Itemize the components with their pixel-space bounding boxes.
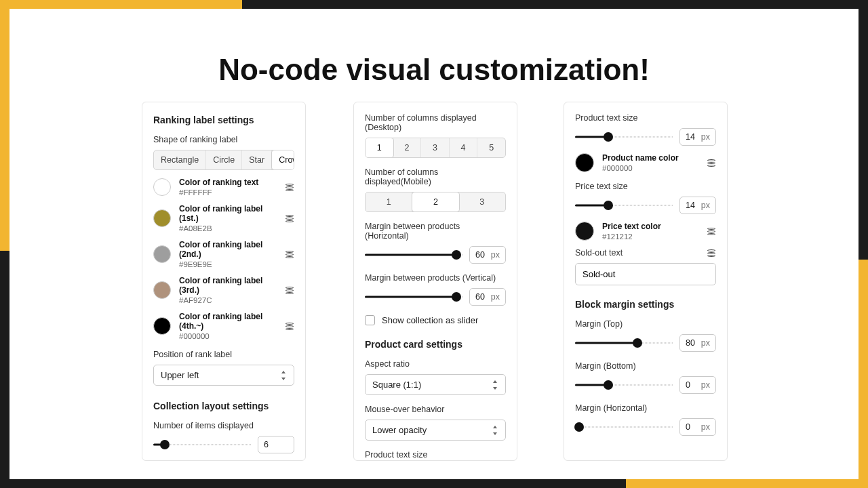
page-title: No-code visual customization!	[9, 53, 859, 87]
database-icon[interactable]	[707, 158, 716, 167]
product-name-color-row: Product name color #000000	[575, 153, 716, 172]
shape-label: Shape of ranking label	[153, 135, 294, 144]
items-displayed-slider[interactable]	[153, 439, 251, 450]
cols-desktop-1[interactable]: 1	[365, 138, 394, 158]
margin-bottom-value[interactable]: 0px	[679, 376, 716, 394]
price-text-size-label: Price text size	[575, 182, 716, 191]
collection-heading: Collection layout settings	[153, 401, 294, 411]
text-settings-panel: Product text size 14px Product name colo…	[564, 102, 728, 461]
cols-desktop-seg[interactable]: 1 2 3 4 5	[365, 138, 506, 158]
cols-mobile-1[interactable]: 1	[366, 192, 412, 211]
database-icon[interactable]	[285, 214, 294, 223]
margin-top-label: Margin (Top)	[575, 319, 716, 329]
slider-checkbox-row[interactable]: Show collection as slider	[365, 315, 506, 325]
block-margin-heading: Block margin settings	[575, 299, 716, 310]
color-row-2nd: Color of ranking label (2nd.) #9E9E9E	[153, 240, 294, 268]
price-text-size-value[interactable]: 14px	[679, 197, 716, 214]
color-row-3rd: Color of ranking label (3rd.) #AF927C	[153, 276, 294, 304]
aspect-select[interactable]: Square (1:1)	[365, 374, 506, 395]
ranking-heading: Ranking label settings	[153, 115, 294, 125]
cols-mobile-3[interactable]: 3	[459, 192, 505, 211]
swatch-2nd[interactable]	[153, 245, 171, 263]
database-icon[interactable]	[707, 248, 716, 258]
shape-option-crown[interactable]: Crown	[271, 150, 294, 170]
margin-h-label: Margin between products (Horizontal)	[365, 222, 506, 241]
margin-horizontal-slider[interactable]	[575, 422, 673, 432]
color-row-4th: Color of ranking label (4th.~) #000000	[153, 312, 294, 340]
swatch-ranking-text[interactable]	[153, 178, 171, 196]
cols-mobile-label: Number of columns displayed(Mobile)	[365, 167, 506, 186]
product-card-heading: Product card settings	[365, 339, 506, 350]
shape-option-rectangle[interactable]: Rectangle	[154, 150, 206, 169]
margin-horizontal-label: Margin (Horizontal)	[575, 403, 716, 413]
aspect-label: Aspect ratio	[365, 359, 506, 369]
database-icon[interactable]	[285, 182, 294, 192]
margin-h-slider[interactable]	[365, 249, 462, 260]
price-color-row: Price text color #121212	[575, 222, 716, 241]
app-canvas: No-code visual customization! Ranking la…	[9, 9, 859, 479]
swatch-product-name[interactable]	[575, 153, 594, 172]
select-chevrons-icon	[492, 426, 498, 435]
cols-mobile-seg[interactable]: 1 2 3	[365, 192, 506, 212]
items-displayed-label: Number of items displayed	[153, 421, 294, 430]
checkbox-icon[interactable]	[365, 315, 375, 325]
select-chevrons-icon	[280, 371, 287, 380]
color-hex: #FFFFFF	[179, 188, 277, 197]
swatch-price[interactable]	[575, 222, 594, 241]
database-icon[interactable]	[285, 285, 294, 295]
color-row-1st: Color of ranking label (1st.) #A08E2B	[153, 204, 294, 232]
margin-h-value[interactable]: 60px	[469, 246, 506, 264]
margin-bottom-slider[interactable]	[575, 380, 673, 390]
cols-desktop-label: Number of columns displayed (Desktop)	[365, 113, 506, 132]
price-text-size-slider[interactable]	[575, 200, 673, 211]
swatch-3rd[interactable]	[153, 281, 171, 299]
color-label: Color of ranking text	[179, 178, 277, 187]
soldout-label: Sold-out text	[575, 248, 623, 258]
database-icon[interactable]	[285, 321, 294, 331]
shape-option-circle[interactable]: Circle	[206, 150, 242, 169]
shape-segmented[interactable]: Rectangle Circle Star Crown	[153, 150, 294, 170]
margin-bottom-label: Margin (Bottom)	[575, 361, 716, 371]
cols-desktop-5[interactable]: 5	[477, 138, 505, 157]
shape-option-star[interactable]: Star	[242, 150, 272, 169]
ranking-settings-panel: Ranking label settings Shape of ranking …	[142, 102, 306, 461]
margin-v-label: Margin between products (Vertical)	[365, 273, 506, 283]
cols-desktop-2[interactable]: 2	[393, 138, 422, 157]
hover-label: Mouse-over behavior	[365, 405, 506, 414]
database-icon[interactable]	[707, 226, 716, 236]
position-select[interactable]: Upper left	[153, 365, 294, 386]
margin-horizontal-value[interactable]: 0px	[679, 418, 716, 436]
margin-top-slider[interactable]	[575, 338, 673, 348]
cols-desktop-3[interactable]: 3	[421, 138, 450, 157]
prod-text-size-label: Product text size	[575, 113, 716, 123]
cols-mobile-2[interactable]: 2	[412, 192, 459, 212]
color-row-text: Color of ranking text #FFFFFF	[153, 178, 294, 197]
swatch-1st[interactable]	[153, 209, 171, 227]
margin-top-value[interactable]: 80px	[679, 334, 716, 352]
layout-settings-panel: Number of columns displayed (Desktop) 1 …	[353, 102, 517, 461]
items-displayed-value[interactable]: 6	[258, 436, 294, 453]
swatch-4th[interactable]	[153, 317, 171, 335]
database-icon[interactable]	[285, 249, 294, 259]
position-label: Position of rank label	[153, 350, 294, 359]
prod-text-size-label-cut: Product text size	[365, 450, 506, 460]
hover-select[interactable]: Lower opacity	[365, 420, 506, 441]
cols-desktop-4[interactable]: 4	[450, 138, 478, 157]
margin-v-value[interactable]: 60px	[469, 288, 506, 306]
prod-text-size-value[interactable]: 14px	[679, 128, 716, 146]
margin-v-slider[interactable]	[365, 291, 462, 302]
soldout-input[interactable]	[575, 263, 716, 285]
select-chevrons-icon	[492, 380, 498, 390]
prod-text-size-slider[interactable]	[575, 131, 673, 142]
